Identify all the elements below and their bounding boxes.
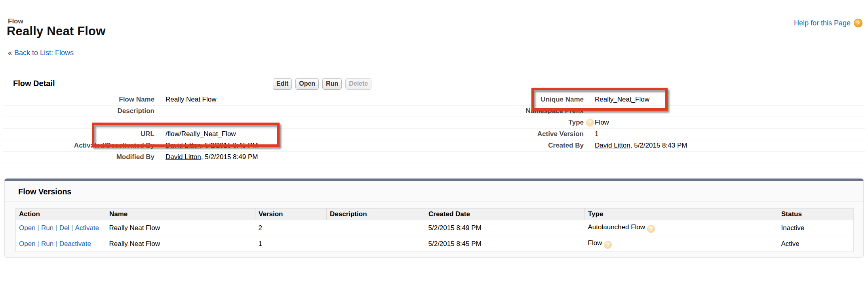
- flow-versions-header: Flow Versions: [5, 181, 863, 196]
- type-label-text: Type: [569, 119, 584, 126]
- action-separator: |: [38, 224, 39, 232]
- action-separator: |: [71, 224, 73, 232]
- help-question-icon[interactable]: ?: [854, 19, 862, 27]
- column-header-created-date: Created Date: [425, 209, 585, 220]
- detail-row: Type ? Flow: [3, 117, 865, 129]
- type-help-icon[interactable]: ?: [604, 241, 612, 249]
- help-for-page[interactable]: Help for this Page ?: [794, 19, 862, 27]
- detail-button-bar: Edit Open Run Delete: [273, 78, 371, 90]
- help-for-page-link[interactable]: Help for this Page: [794, 19, 851, 27]
- name-cell: Really Neat Flow: [106, 236, 255, 252]
- open-link[interactable]: Open: [19, 224, 36, 232]
- detail-row: Description Namespace Prefix: [3, 106, 865, 117]
- version-cell: 1: [255, 236, 327, 252]
- type-cell: Flow?: [585, 236, 778, 252]
- activated-deactivated-by-label: Activated/Deactivated By: [3, 142, 154, 150]
- breadcrumb: «Back to List: Flows: [8, 49, 74, 57]
- column-header-name: Name: [106, 209, 255, 220]
- back-to-list-link[interactable]: Back to List:: [14, 49, 53, 57]
- activated-deactivated-by-value: David Litton, 5/2/2015 8:45 PM: [154, 142, 431, 150]
- flow-detail-header: Flow Detail: [13, 79, 55, 88]
- created-by-value: David Litton, 5/2/2015 8:43 PM: [584, 142, 865, 150]
- detail-row: Activated/Deactivated By David Litton, 5…: [3, 140, 865, 152]
- del-link[interactable]: Del: [59, 224, 70, 232]
- unique-name-value: Really_Neat_Flow: [584, 96, 865, 104]
- unique-name-label: Unique Name: [431, 96, 584, 104]
- back-arrow-glyph: «: [8, 49, 12, 57]
- user-link[interactable]: David Litton: [166, 153, 201, 161]
- type-text: Flow: [588, 239, 602, 247]
- action-cell: Open|Run|Deactivate: [16, 236, 106, 252]
- description-label: Description: [3, 107, 154, 115]
- modified-by-value: David Litton, 5/2/2015 8:49 PM: [154, 153, 431, 161]
- panel-divider: [5, 202, 863, 202]
- status-cell: Active: [778, 236, 854, 252]
- flow-name-value: Really Neat Flow: [154, 96, 431, 104]
- type-label: Type ?: [431, 119, 584, 127]
- run-link[interactable]: Run: [41, 224, 53, 232]
- url-value: /flow/Really_Neat_Flow: [154, 130, 431, 138]
- edit-button[interactable]: Edit: [273, 78, 292, 90]
- name-cell: Really Neat Flow: [106, 220, 255, 236]
- type-text: Autolaunched Flow: [588, 223, 645, 231]
- type-value: Flow: [584, 119, 865, 127]
- active-version-value: 1: [584, 130, 865, 138]
- created-date-cell: 5/2/2015 8:49 PM: [425, 220, 585, 236]
- description-cell: [327, 236, 425, 252]
- created-date-cell: 5/2/2015 8:45 PM: [425, 236, 585, 252]
- url-label: URL: [3, 130, 154, 138]
- namespace-prefix-label: Namespace Prefix: [431, 107, 584, 115]
- flow-versions-table: Action Name Version Description Created …: [15, 208, 854, 252]
- detail-row: Modified By David Litton, 5/2/2015 8:49 …: [3, 152, 865, 163]
- created-by-label: Created By: [431, 142, 584, 150]
- table-row: Open|Run|Del|Activate Really Neat Flow 2…: [16, 220, 854, 236]
- active-version-label: Active Version: [431, 130, 584, 138]
- table-row: Open|Run|Deactivate Really Neat Flow 1 5…: [16, 236, 854, 252]
- open-link[interactable]: Open: [19, 240, 36, 248]
- action-separator: |: [55, 224, 57, 232]
- datetime-text: , 5/2/2015 8:45 PM: [201, 142, 258, 149]
- run-link[interactable]: Run: [41, 240, 53, 248]
- type-help-icon[interactable]: ?: [647, 225, 655, 233]
- user-link[interactable]: David Litton: [166, 142, 201, 149]
- type-cell: Autolaunched Flow?: [585, 220, 778, 236]
- page-title: Really Neat Flow: [7, 24, 106, 38]
- detail-row: URL /flow/Really_Neat_Flow Active Versio…: [3, 129, 865, 140]
- panel-accent-bar: [4, 179, 864, 181]
- version-cell: 2: [255, 220, 327, 236]
- flow-name-label: Flow Name: [3, 96, 154, 104]
- column-header-type: Type: [585, 209, 778, 220]
- status-cell: Inactive: [778, 220, 854, 236]
- activate-link[interactable]: Activate: [75, 224, 99, 232]
- column-header-status: Status: [778, 209, 854, 220]
- table-header-row: Action Name Version Description Created …: [16, 209, 854, 220]
- deactivate-link[interactable]: Deactivate: [59, 240, 91, 248]
- datetime-text: , 5/2/2015 8:43 PM: [630, 142, 687, 149]
- action-separator: |: [38, 240, 39, 248]
- action-cell: Open|Run|Del|Activate: [16, 220, 106, 236]
- panel-body: Flow Versions Action Name Version Descri…: [4, 181, 864, 258]
- run-button[interactable]: Run: [322, 78, 342, 90]
- delete-button: Delete: [345, 78, 371, 90]
- type-help-icon[interactable]: ?: [586, 119, 594, 127]
- open-button[interactable]: Open: [295, 78, 319, 90]
- user-link[interactable]: David Litton: [595, 142, 630, 149]
- column-header-description: Description: [327, 209, 425, 220]
- modified-by-label: Modified By: [3, 153, 154, 161]
- flow-versions-panel: Flow Versions Action Name Version Descri…: [4, 179, 864, 258]
- datetime-text: , 5/2/2015 8:49 PM: [201, 153, 258, 161]
- description-cell: [327, 220, 425, 236]
- detail-row: Flow Name Really Neat Flow Unique Name R…: [3, 94, 865, 106]
- column-header-version: Version: [255, 209, 327, 220]
- back-to-list-target-link[interactable]: Flows: [55, 49, 74, 57]
- action-separator: |: [55, 240, 57, 248]
- column-header-action: Action: [16, 209, 106, 220]
- flow-detail-grid: Flow Name Really Neat Flow Unique Name R…: [0, 94, 868, 163]
